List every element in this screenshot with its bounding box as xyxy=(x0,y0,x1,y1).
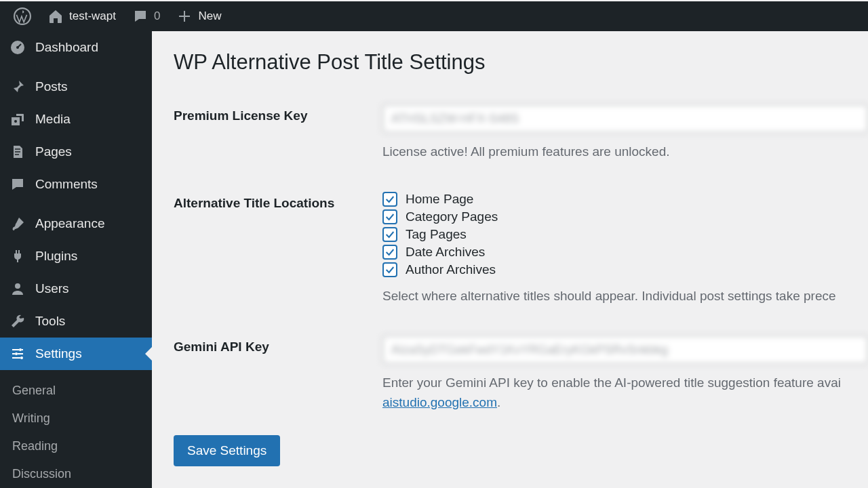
license-row: Premium License Key License active! All … xyxy=(174,104,868,162)
locations-row: Alternative Title Locations Home Page Ca… xyxy=(174,192,868,306)
sidebar-item-posts[interactable]: Posts xyxy=(0,70,152,103)
sidebar-item-plugins[interactable]: Plugins xyxy=(0,240,152,272)
svg-point-4 xyxy=(15,283,20,289)
sidebar-item-label: Plugins xyxy=(35,249,77,264)
settings-page: WP Alternative Post Title Settings Premi… xyxy=(152,31,868,488)
admin-bar: test-wapt 0 New xyxy=(0,1,868,31)
checkbox-icon xyxy=(382,209,397,224)
gemini-helper-link[interactable]: aistudio.google.com xyxy=(382,395,497,409)
gemini-helper: Enter your Gemini API key to enable the … xyxy=(382,373,868,412)
gemini-helper-pre: Enter your Gemini API key to enable the … xyxy=(382,375,841,390)
pin-icon xyxy=(9,79,26,95)
sidebar-item-label: Users xyxy=(35,281,69,296)
sidebar-item-appearance[interactable]: Appearance xyxy=(0,207,152,240)
location-label: Home Page xyxy=(406,192,473,207)
home-icon xyxy=(47,8,64,24)
wordpress-icon xyxy=(14,7,31,25)
license-helper: License active! All premium features are… xyxy=(382,142,868,162)
checkbox-icon xyxy=(382,245,397,260)
svg-point-7 xyxy=(20,357,23,359)
sidebar-item-label: Posts xyxy=(35,79,68,94)
wrench-icon xyxy=(9,313,26,329)
sidebar-item-label: Dashboard xyxy=(35,40,98,55)
submenu-writing[interactable]: Writing xyxy=(0,405,152,432)
sidebar-item-label: Appearance xyxy=(35,216,104,231)
location-author[interactable]: Author Archives xyxy=(382,262,868,277)
sidebar-item-label: Tools xyxy=(35,314,65,329)
sliders-icon xyxy=(9,346,26,362)
admin-sidebar: Dashboard Posts Media Pages Comments App… xyxy=(0,31,152,488)
location-label: Tag Pages xyxy=(406,227,467,242)
comments-bubble[interactable]: 0 xyxy=(124,1,168,31)
license-key-input[interactable] xyxy=(382,104,868,133)
wp-logo[interactable] xyxy=(5,1,39,31)
svg-point-6 xyxy=(15,352,18,355)
location-category[interactable]: Category Pages xyxy=(382,209,868,224)
plug-icon xyxy=(9,248,26,264)
submenu-discussion[interactable]: Discussion xyxy=(0,460,152,488)
location-home[interactable]: Home Page xyxy=(382,192,868,207)
checkbox-icon xyxy=(382,262,397,277)
site-name: test-wapt xyxy=(69,9,116,23)
locations-helper: Select where alternative titles should a… xyxy=(382,287,868,306)
gemini-row: Gemini API Key Enter your Gemini API key… xyxy=(174,336,868,412)
location-label: Author Archives xyxy=(406,262,496,277)
sidebar-item-media[interactable]: Media xyxy=(0,103,152,136)
sidebar-item-settings[interactable]: Settings xyxy=(0,338,152,370)
location-date[interactable]: Date Archives xyxy=(382,245,868,260)
comments-count: 0 xyxy=(154,9,160,23)
page-icon xyxy=(9,144,26,160)
gemini-helper-post: . xyxy=(497,395,500,409)
sidebar-item-label: Media xyxy=(35,112,71,127)
license-label: Premium License Key xyxy=(174,104,382,123)
svg-point-5 xyxy=(19,348,22,351)
svg-point-2 xyxy=(16,46,19,49)
submenu-reading[interactable]: Reading xyxy=(0,432,152,460)
page-title: WP Alternative Post Title Settings xyxy=(174,50,868,75)
site-switch[interactable]: test-wapt xyxy=(39,1,124,31)
checkbox-icon xyxy=(382,192,397,207)
media-icon xyxy=(9,111,26,127)
new-content[interactable]: New xyxy=(168,1,229,31)
comment-icon xyxy=(9,176,26,192)
new-label: New xyxy=(198,9,221,23)
gemini-label: Gemini API Key xyxy=(174,336,382,354)
brush-icon xyxy=(9,216,26,232)
sidebar-item-dashboard[interactable]: Dashboard xyxy=(0,31,152,64)
sidebar-item-comments[interactable]: Comments xyxy=(0,168,152,201)
comment-icon xyxy=(132,8,149,24)
submenu-general[interactable]: General xyxy=(0,377,152,405)
location-label: Date Archives xyxy=(406,245,485,260)
svg-point-3 xyxy=(14,120,17,123)
locations-list: Home Page Category Pages Tag Pages Date … xyxy=(382,192,868,277)
sidebar-item-label: Pages xyxy=(35,144,72,159)
sidebar-item-label: Settings xyxy=(35,346,82,361)
checkbox-icon xyxy=(382,227,397,242)
gemini-key-input[interactable] xyxy=(382,336,868,364)
sidebar-item-pages[interactable]: Pages xyxy=(0,136,152,168)
location-tag[interactable]: Tag Pages xyxy=(382,227,868,242)
location-label: Category Pages xyxy=(406,209,498,224)
settings-submenu: General Writing Reading Discussion xyxy=(0,370,152,488)
save-settings-button[interactable]: Save Settings xyxy=(174,435,280,466)
gauge-icon xyxy=(9,39,26,56)
sidebar-item-label: Comments xyxy=(35,177,98,192)
sidebar-item-tools[interactable]: Tools xyxy=(0,305,152,338)
user-icon xyxy=(9,281,26,297)
sidebar-item-users[interactable]: Users xyxy=(0,272,152,305)
plus-icon xyxy=(176,8,193,24)
locations-label: Alternative Title Locations xyxy=(174,192,382,211)
